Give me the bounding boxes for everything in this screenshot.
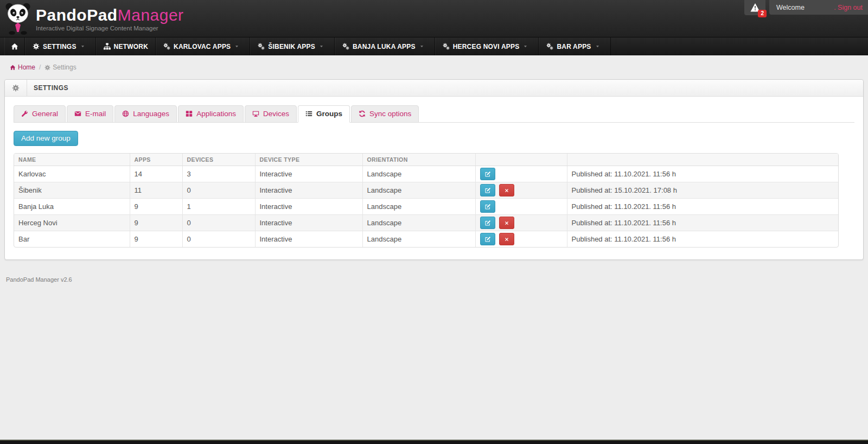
tab-languages-label: Languages	[133, 110, 169, 118]
breadcrumb-home-label: Home	[18, 64, 35, 71]
brand-text: PandoPadManager Interactive Digital Sign…	[36, 7, 184, 35]
cogs-icon	[342, 43, 349, 50]
sign-out-link[interactable]: . Sign out	[834, 4, 863, 11]
nav-sibenik-apps[interactable]: ŠIBENIK APPS	[250, 37, 335, 55]
group-orientation: Landscape	[362, 182, 475, 199]
edit-button[interactable]	[480, 184, 495, 196]
nav-settings-label: SETTINGS	[43, 43, 76, 50]
actions-cell	[475, 166, 567, 182]
nav-banja-luka-apps[interactable]: BANJA LUKA APPS	[335, 37, 435, 55]
group-devices: 0	[182, 182, 255, 199]
col-device-type: DEVICE TYPE	[255, 154, 362, 166]
group-published: Published at: 11.10.2021. 11:56 h	[567, 199, 838, 215]
tab-groups[interactable]: Groups	[298, 105, 350, 123]
tab-applications[interactable]: Applications	[178, 105, 244, 123]
nav-herceg-novi-apps[interactable]: HERCEG NOVI APPS	[435, 37, 539, 55]
cogs-icon	[163, 43, 170, 50]
panel-header: SETTINGS	[5, 80, 863, 97]
group-published: Published at: 11.10.2021. 11:56 h	[567, 231, 838, 248]
nav-bar-apps[interactable]: BAR APPS	[539, 37, 610, 55]
tab-languages[interactable]: Languages	[114, 105, 177, 123]
group-device-type: Interactive	[255, 199, 362, 215]
delete-icon	[504, 220, 509, 226]
nav-home[interactable]	[4, 37, 25, 55]
col-published	[567, 154, 838, 166]
chevron-down-icon	[319, 44, 324, 49]
sitemap-icon	[104, 43, 111, 50]
group-published: Published at: 15.10.2021. 17:08 h	[567, 182, 838, 199]
settings-panel: SETTINGS General E-mail Languages Applic…	[4, 79, 864, 260]
col-apps: APPS	[130, 154, 182, 166]
delete-icon	[504, 237, 509, 242]
tab-email[interactable]: E-mail	[67, 105, 113, 123]
group-apps: 9	[130, 199, 182, 215]
tab-general[interactable]: General	[14, 105, 66, 123]
nav-network-label: NETWORK	[114, 43, 148, 50]
group-device-type: Interactive	[255, 182, 362, 199]
brand: PandoPadManager Interactive Digital Sign…	[0, 2, 184, 35]
edit-button[interactable]	[480, 217, 495, 229]
chevron-down-icon	[595, 44, 600, 49]
breadcrumb-home[interactable]: Home	[10, 64, 35, 71]
group-devices: 1	[182, 199, 255, 215]
app-title: PandoPadManager	[36, 7, 184, 23]
nav-network[interactable]: NETWORK	[96, 37, 156, 55]
group-orientation: Landscape	[362, 166, 475, 182]
delete-button[interactable]	[499, 217, 514, 229]
edit-button[interactable]	[480, 233, 495, 245]
col-name: NAME	[14, 154, 130, 166]
actions-cell	[475, 199, 567, 215]
group-device-type: Interactive	[255, 166, 362, 182]
group-apps: 9	[130, 231, 182, 248]
table-row: Šibenik 11 0 Interactive Landscape Publi…	[14, 182, 838, 199]
nav-banja-luka-label: BANJA LUKA APPS	[353, 43, 416, 50]
edit-icon	[484, 220, 491, 226]
welcome-label: Welcome	[776, 4, 805, 11]
app-version: PandoPad Manager v2.6	[6, 276, 868, 283]
chevron-down-icon	[234, 44, 239, 49]
main-nav: SETTINGS NETWORK KARLOVAC APPS ŠIBENIK A…	[0, 37, 868, 55]
bottom-bar	[0, 440, 868, 444]
group-orientation: Landscape	[362, 215, 475, 231]
group-device-type: Interactive	[255, 231, 362, 248]
delete-icon	[504, 188, 509, 193]
tab-sync-options-label: Sync options	[369, 110, 411, 118]
group-device-type: Interactive	[255, 215, 362, 231]
edit-icon	[484, 204, 491, 210]
list-icon	[305, 110, 312, 117]
home-icon	[11, 43, 18, 50]
edit-icon	[484, 187, 491, 194]
panel-body: General E-mail Languages Applications De…	[5, 97, 863, 259]
refresh-icon	[359, 110, 366, 117]
breadcrumb-current: Settings	[44, 64, 76, 71]
nav-karlovac-label: KARLOVAC APPS	[174, 43, 231, 50]
delete-button[interactable]	[499, 233, 514, 245]
cogs-icon	[443, 43, 450, 50]
desktop-icon	[252, 110, 259, 117]
group-name: Karlovac	[14, 166, 130, 182]
edit-button[interactable]	[480, 168, 495, 180]
chevron-down-icon	[523, 44, 528, 49]
group-apps: 14	[130, 166, 182, 182]
group-published: Published at: 11.10.2021. 11:56 h	[567, 166, 838, 182]
brand-name-light: Manager	[118, 6, 184, 24]
group-devices: 0	[182, 231, 255, 248]
user-menu: Welcome . Sign out	[769, 0, 868, 15]
nav-sibenik-label: ŠIBENIK APPS	[268, 43, 315, 50]
nav-herceg-novi-label: HERCEG NOVI APPS	[453, 43, 520, 50]
breadcrumb-separator: /	[39, 64, 41, 71]
add-new-group-button[interactable]: Add new group	[14, 131, 78, 146]
tab-devices[interactable]: Devices	[245, 105, 297, 123]
tab-sync-options[interactable]: Sync options	[351, 105, 419, 123]
edit-button[interactable]	[480, 200, 495, 213]
group-orientation: Landscape	[362, 231, 475, 248]
gear-icon	[12, 84, 20, 92]
nav-settings[interactable]: SETTINGS	[25, 37, 96, 55]
tab-email-label: E-mail	[85, 110, 106, 118]
nav-karlovac-apps[interactable]: KARLOVAC APPS	[156, 37, 250, 55]
table-row: Bar 9 0 Interactive Landscape Published …	[14, 231, 838, 248]
delete-button[interactable]	[499, 184, 514, 196]
notifications-button[interactable]: 2	[744, 0, 765, 15]
panel-gear-box	[5, 80, 27, 96]
app-header: PandoPadManager Interactive Digital Sign…	[0, 0, 868, 37]
